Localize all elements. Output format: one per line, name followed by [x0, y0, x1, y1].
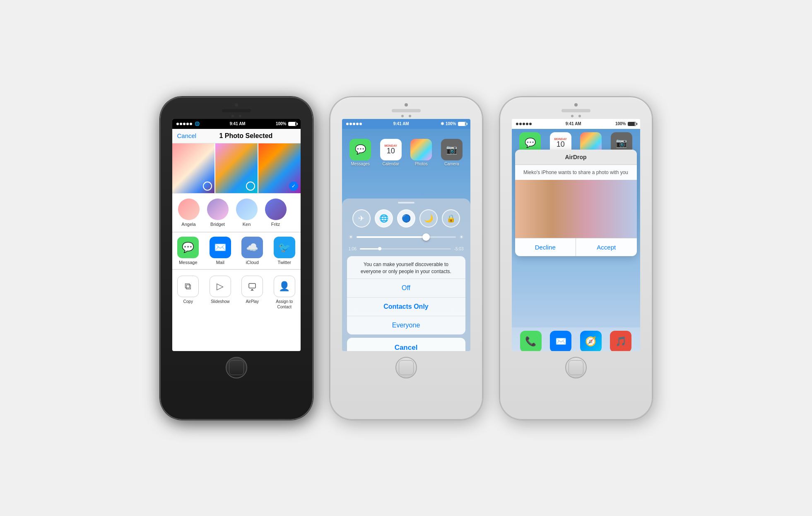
phone-3-airdrop: 9:41 AM 100% 💬 Messages [499, 97, 653, 420]
control-center-overlay[interactable]: ✈ 🌐 🔵 🌙 🔒 ☀ [342, 199, 470, 351]
contact-name-bridget: Bridget [210, 222, 225, 227]
phone-3-bottom [565, 351, 587, 419]
airdrop-everyone-option[interactable]: Everyone [347, 316, 465, 334]
wifi-toggle-button[interactable]: 🌐 [375, 209, 393, 228]
app-icloud[interactable]: ☁️ iCloud [236, 233, 269, 269]
photo-thumb-3[interactable]: ✓ [258, 143, 301, 193]
sensor-dot-3b [578, 115, 581, 117]
airplay-icon [241, 276, 263, 297]
brightness-slider-track[interactable] [357, 236, 456, 238]
contact-name-ken: Ken [243, 222, 251, 227]
photos-row: ✓ [172, 143, 301, 193]
signal-dots-2 [346, 123, 362, 125]
contact-bridget[interactable]: Bridget [205, 199, 230, 227]
contact-angela[interactable]: Angela [176, 199, 201, 227]
app-icon-icloud: ☁️ [241, 237, 263, 258]
airdrop-notification: AirDrop Mieko's iPhone wants to share a … [515, 150, 637, 257]
phone-3-top [500, 97, 652, 117]
phone-2-bottom [395, 351, 417, 419]
svg-marker-1 [251, 289, 254, 291]
airdrop-options: Off Contacts Only Everyone [347, 279, 465, 334]
copy-icon: ⧉ [177, 276, 199, 297]
app-mail[interactable]: ✉️ Mail [204, 233, 236, 269]
cc-handle [342, 199, 470, 205]
app-label-twitter: Twitter [278, 260, 291, 265]
cc-cancel-button[interactable]: Cancel [347, 338, 465, 351]
dock-music: 🎵 Music [610, 331, 631, 351]
action-label-assign-contact: Assign to Contact [271, 299, 298, 310]
battery-icon-1 [288, 122, 296, 126]
airdrop-panel: You can make yourself discoverable to ev… [347, 256, 465, 334]
photo-thumb-2[interactable] [215, 143, 258, 193]
photo-thumb-1[interactable] [172, 143, 214, 193]
action-airplay[interactable]: AirPlay [236, 271, 269, 314]
p3-main: 💬 Messages MONDAY 10 Calendar [512, 129, 640, 351]
battery-percent-1: 100% [276, 121, 287, 126]
status-time-1: 9:41 AM [230, 121, 246, 126]
wifi-label: 🌐 [195, 121, 200, 126]
signal-dots-3 [516, 123, 532, 125]
contact-avatar-bridget [207, 199, 229, 220]
phone-1-top [161, 97, 312, 117]
action-copy[interactable]: ⧉ Copy [172, 271, 205, 314]
actions-row: ⧉ Copy ▷ Slideshow AirPlay [172, 270, 301, 315]
media-progress: 1:06 -5:03 [342, 245, 470, 253]
photo-select-2[interactable] [246, 182, 255, 191]
do-not-disturb-button[interactable]: 🌙 [419, 209, 438, 228]
bluetooth-toggle-button[interactable]: 🔵 [397, 209, 415, 228]
airdrop-contacts-only-option[interactable]: Contacts Only [347, 298, 465, 316]
progress-time-end: -5:03 [454, 247, 464, 251]
hs-photos: Photos [410, 139, 432, 166]
rotation-lock-button[interactable]: 🔒 [442, 209, 460, 228]
contact-avatar-angela [178, 199, 200, 220]
airdrop-description: You can make yourself discoverable to ev… [347, 256, 465, 279]
action-slideshow[interactable]: ▷ Slideshow [204, 271, 236, 314]
hs-camera: 📷 Camera [441, 139, 463, 166]
phone-2-control-center: 9:41 AM ✱ 100% 💬 Messages [330, 97, 483, 420]
homescreen-icons: 💬 Messages MONDAY 10 Calendar [342, 129, 470, 170]
contact-fritz[interactable]: Fritz [263, 199, 288, 227]
brightness-high-icon: ☀ [459, 234, 464, 240]
home-button-2[interactable] [395, 357, 417, 378]
slideshow-icon: ▷ [210, 276, 231, 297]
contact-ken[interactable]: Ken [234, 199, 259, 227]
status-bar-1: 🌐 9:41 AM 100% [172, 119, 301, 129]
sensor-dot-2 [239, 115, 241, 117]
action-assign-contact[interactable]: 👤 Assign to Contact [268, 271, 301, 314]
app-icon-twitter: 🐦 [274, 237, 295, 258]
action-label-airplay: AirPlay [246, 299, 259, 304]
phone-3-screen: 9:41 AM 100% 💬 Messages [512, 119, 640, 351]
app-label-icloud: iCloud [246, 260, 259, 265]
dock-safari: 🧭 Safari [580, 331, 602, 351]
home-button-3[interactable] [565, 357, 587, 378]
app-message[interactable]: 💬 Message [172, 233, 205, 269]
cancel-button[interactable]: Cancel [177, 132, 197, 139]
app-twitter[interactable]: 🐦 Twitter [268, 233, 301, 269]
cc-homescreen: 💬 Messages MONDAY 10 Calendar [342, 129, 470, 351]
sensor-dot-3a [571, 115, 573, 117]
status-right-2: ✱ 100% [441, 121, 466, 126]
airdrop-accept-button[interactable]: Accept [576, 238, 637, 256]
share-nav: Cancel 1 Photo Selected [172, 129, 301, 143]
phones-container: 🌐 9:41 AM 100% Cancel 1 Photo Selected [143, 80, 669, 436]
status-time-2: 9:41 AM [393, 121, 409, 126]
progress-track[interactable] [360, 248, 451, 250]
camera-dot [235, 103, 238, 107]
airdrop-notif-message: Mieko's iPhone wants to share a photo wi… [515, 165, 637, 180]
progress-time-start: 1:06 [349, 247, 357, 251]
status-right-1: 100% [276, 121, 296, 126]
airdrop-decline-button[interactable]: Decline [515, 238, 576, 256]
airdrop-photo-content [515, 180, 637, 238]
photo-select-1[interactable] [203, 182, 212, 191]
airplane-mode-button[interactable]: ✈ [352, 209, 371, 228]
airdrop-off-option[interactable]: Off [347, 279, 465, 298]
signal-dots: 🌐 [176, 121, 200, 126]
phone-1-bottom [226, 351, 247, 419]
phone-2-screen: 9:41 AM ✱ 100% 💬 Messages [342, 119, 470, 351]
app-icon-message: 💬 [177, 237, 199, 258]
photo-select-3[interactable]: ✓ [289, 182, 298, 191]
home-button-1[interactable] [226, 357, 247, 378]
phone-1-share-sheet: 🌐 9:41 AM 100% Cancel 1 Photo Selected [160, 97, 313, 420]
cc-sliders: ☀ ☀ [342, 232, 470, 245]
apps-row: 💬 Message ✉️ Mail ☁️ iCloud 🐦 Twitter [172, 233, 301, 269]
